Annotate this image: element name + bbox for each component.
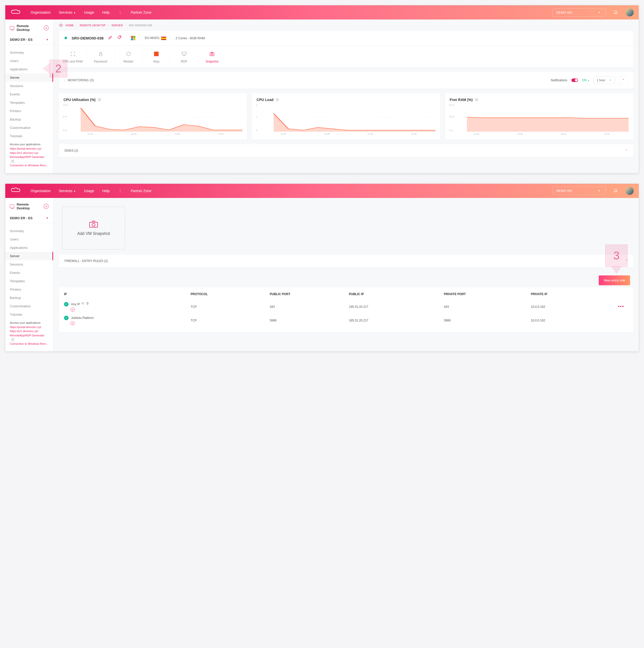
- help-icon[interactable]: ?: [11, 160, 14, 163]
- callout-3: 3: [605, 245, 628, 267]
- avatar[interactable]: [626, 187, 634, 195]
- notifications-toggle[interactable]: [571, 78, 578, 82]
- collapse-icon[interactable]: ⌃: [625, 149, 628, 152]
- sidebar-item-server[interactable]: Server: [5, 252, 53, 260]
- access-link[interactable]: RemoteApp/RDP Generator?: [10, 333, 49, 342]
- nav-usage[interactable]: Usage: [84, 10, 94, 14]
- access-link[interactable]: https://portal.demoinc.xyz: [10, 147, 49, 151]
- sidebar-item-tutorials[interactable]: Tutorials: [5, 310, 53, 319]
- more-icon[interactable]: •••: [618, 304, 628, 309]
- svg-point-0: [120, 37, 120, 37]
- sidebar-item-printers[interactable]: Printers: [5, 285, 53, 293]
- help-icon[interactable]: ?: [475, 98, 478, 102]
- sidebar-item-backup[interactable]: Backup: [5, 293, 53, 302]
- sidebar-item-customisation[interactable]: Customisation: [5, 302, 53, 310]
- sidebar-item-summary[interactable]: Summary: [5, 48, 53, 57]
- sidebar-item-templates[interactable]: Templates: [5, 277, 53, 285]
- action-restart[interactable]: Restart: [115, 49, 142, 64]
- col-private-port: PRIVATE PORT: [444, 292, 531, 296]
- nav-partner-zone[interactable]: Partner Zone: [131, 189, 152, 193]
- account-selector[interactable]: DEMO ER - ES ▼: [5, 214, 53, 223]
- status-dot-online: [64, 37, 67, 39]
- cell-protocol: TCP: [191, 305, 270, 309]
- logo-icon: [10, 187, 20, 194]
- org-dropdown[interactable]: DEMO INC ▼: [552, 186, 606, 195]
- disks-panel[interactable]: DISKS (2) ⌃: [59, 144, 633, 157]
- sidebar-item-events[interactable]: Events: [5, 269, 53, 277]
- nav-help[interactable]: Help: [102, 10, 110, 14]
- access-link[interactable]: https://er1.demoinc.xyz: [10, 151, 49, 155]
- new-entry-rule-button[interactable]: New entry rule: [599, 275, 630, 285]
- home-icon[interactable]: [59, 23, 63, 27]
- sidebar-item-printers[interactable]: Printers: [5, 107, 53, 115]
- crumb-server[interactable]: SERVER: [112, 24, 123, 27]
- bell-icon[interactable]: [613, 10, 618, 15]
- add-button[interactable]: +: [44, 25, 49, 31]
- sidebar-item-server[interactable]: Server: [5, 73, 53, 82]
- sidebar-item-sessions[interactable]: Sessions: [5, 82, 53, 90]
- account-selector[interactable]: DEMO ER - ES ▼: [5, 35, 53, 45]
- crumb-current: SRV-DEMO00-038: [129, 24, 152, 27]
- nav-services[interactable]: Services ▼: [59, 189, 76, 193]
- access-link[interactable]: https://portal.demoinc.xyz: [10, 325, 49, 329]
- access-link[interactable]: RemoteApp/RDP Generator?: [10, 155, 49, 163]
- nav-organisation[interactable]: Organisation: [31, 10, 51, 14]
- bell-icon[interactable]: [613, 188, 618, 194]
- action-password[interactable]: Password: [87, 49, 115, 64]
- help-icon[interactable]: ?: [276, 98, 279, 102]
- crumb-home[interactable]: HOME: [65, 24, 74, 27]
- sidebar-item-users[interactable]: Users: [5, 235, 53, 244]
- cell-public-port: 443: [270, 305, 349, 309]
- add-ip-button[interactable]: +: [71, 308, 75, 312]
- time-range-select[interactable]: 1 hour▼: [593, 76, 615, 84]
- screenshot-monitoring: Organisation Services ▼ Usage Help | Par…: [5, 5, 639, 173]
- nav-usage[interactable]: Usage: [84, 189, 94, 193]
- sidebar-item-customisation[interactable]: Customisation: [5, 123, 53, 132]
- col-public-ip: PUBLIC IP: [349, 292, 444, 296]
- col-public-port: PUBLIC PORT: [270, 292, 349, 296]
- sidebar-item-backup[interactable]: Backup: [5, 115, 53, 123]
- add-button[interactable]: +: [44, 204, 49, 209]
- monitoring-label: MONITORING (3): [68, 78, 94, 82]
- help-icon[interactable]: ?: [98, 98, 101, 102]
- lock-icon: [87, 50, 114, 58]
- org-dropdown[interactable]: DEMO INC ▼: [552, 8, 606, 17]
- sidebar-title: Remote Desktop: [17, 203, 41, 210]
- nav-organisation[interactable]: Organisation: [31, 189, 51, 193]
- sidebar-item-applications[interactable]: Applications: [5, 244, 53, 252]
- access-link[interactable]: https://er1.demoinc.xyz: [10, 329, 49, 333]
- nav-help[interactable]: Help: [102, 189, 110, 193]
- sidebar-item-summary[interactable]: Summary: [5, 227, 53, 235]
- sidebar-item-sessions[interactable]: Sessions: [5, 260, 53, 269]
- cell-ip: ✓Jotelulu Platform +: [64, 316, 191, 325]
- access-header: Access your applications: [10, 143, 49, 146]
- nav-partner-zone[interactable]: Partner Zone: [131, 10, 152, 14]
- col-protocol: PROTOCOL: [191, 292, 270, 296]
- sidebar-item-templates[interactable]: Templates: [5, 99, 53, 107]
- cell-private-port: 5986: [444, 319, 531, 322]
- add-ip-button[interactable]: +: [71, 321, 75, 325]
- table-row: ✓Jotelulu Platform + TCP 5986 185.31.20.…: [62, 314, 630, 327]
- add-snapshot-button[interactable]: Add VM Snapshot: [62, 207, 125, 250]
- search-icon[interactable]: [81, 302, 84, 305]
- edit-icon[interactable]: [108, 35, 113, 41]
- action-rdp[interactable]: RDP: [170, 49, 198, 64]
- access-links-block: Access your applications https://portal.…: [5, 140, 53, 170]
- camera-icon: [198, 50, 226, 58]
- trash-icon[interactable]: [86, 302, 89, 305]
- collapse-button[interactable]: ⌃: [619, 76, 628, 85]
- crumb-rd[interactable]: REMOTE DESKTOP: [80, 24, 106, 27]
- help-icon[interactable]: ?: [11, 338, 14, 341]
- tag-icon[interactable]: [117, 35, 122, 41]
- action-snapshot[interactable]: Snapshot: [198, 49, 226, 64]
- access-link[interactable]: Connection to Windows Rem...: [10, 342, 49, 346]
- sidebar-item-events[interactable]: Events: [5, 90, 53, 99]
- action-stop[interactable]: Stop: [142, 49, 170, 64]
- remote-desktop-icon: [10, 205, 14, 208]
- access-link[interactable]: Connection to Windows Rem...: [10, 163, 49, 168]
- sidebar-item-tutorials[interactable]: Tutorials: [5, 132, 53, 140]
- nav-services[interactable]: Services ▼: [59, 10, 76, 14]
- avatar[interactable]: [626, 8, 634, 16]
- windows-icon: [131, 36, 135, 40]
- firewall-panel-header[interactable]: FIREWALL - ENTRY RULES (2) ⌃: [59, 255, 633, 267]
